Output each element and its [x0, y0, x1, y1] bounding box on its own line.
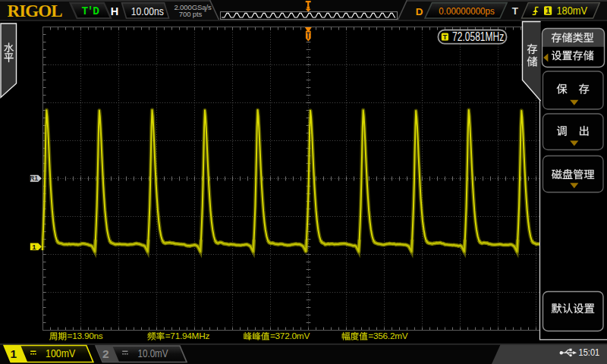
svg-text:RIGOL: RIGOL: [8, 2, 63, 20]
svg-text:T'D: T'D: [82, 5, 100, 17]
svg-text:2: 2: [102, 347, 109, 360]
svg-text:1: 1: [546, 6, 550, 15]
svg-text:R1: R1: [30, 174, 38, 182]
svg-text:=13.90ns: =13.90ns: [68, 331, 103, 341]
svg-text:72.0581MHz: 72.0581MHz: [452, 30, 504, 43]
svg-text:=71.94MHz: =71.94MHz: [165, 331, 210, 341]
svg-text:1: 1: [32, 243, 36, 251]
svg-text:1: 1: [10, 347, 17, 360]
svg-text:*: *: [204, 8, 206, 15]
svg-text:100mV: 100mV: [46, 347, 75, 359]
svg-text:=372.0mV: =372.0mV: [270, 331, 310, 341]
svg-text:=356.2mV: =356.2mV: [368, 331, 407, 341]
svg-text:T: T: [442, 33, 447, 41]
svg-text:D: D: [416, 6, 423, 17]
svg-text:H: H: [111, 5, 118, 17]
svg-text:15:01: 15:01: [579, 347, 600, 358]
svg-text:T: T: [512, 5, 519, 17]
svg-text:700 pts: 700 pts: [179, 10, 203, 18]
svg-text:0.00000000ps: 0.00000000ps: [439, 6, 495, 17]
svg-text:10.00ns: 10.00ns: [131, 5, 164, 17]
svg-text:10.0mV: 10.0mV: [138, 347, 168, 359]
svg-text:180mV: 180mV: [556, 5, 587, 17]
